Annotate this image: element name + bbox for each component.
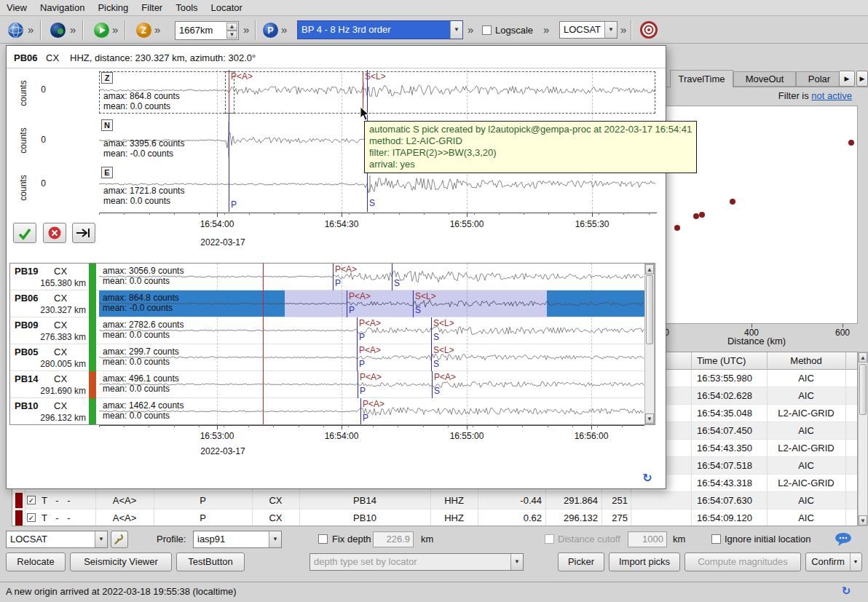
pick-marker-line[interactable] — [431, 317, 432, 344]
toolbar-overflow-chevron[interactable]: » — [467, 23, 473, 36]
distance-cutoff-checkbox[interactable] — [545, 534, 554, 544]
compute-magnitudes-button[interactable]: Compute magnitudes — [684, 553, 801, 571]
station-trace-list[interactable]: ▲ ▼ P<A>PSPB19CX165.380 kmamax: 3056.9 c… — [9, 263, 655, 425]
spin-down-button[interactable]: ▼ — [226, 31, 237, 39]
time-tick — [467, 425, 467, 429]
svg-text:Z: Z — [141, 25, 146, 36]
arrival-row[interactable]: ✓T - -A<A>PCXPB14HHZ-0.44291.86425116:54… — [12, 492, 857, 510]
cutoff-field[interactable]: 1000 — [628, 531, 667, 547]
tab-scroll-right-button[interactable]: ▶ — [856, 71, 868, 87]
scrollbar-thumb[interactable] — [646, 275, 653, 344]
auto-pick-label: S<L> — [415, 291, 436, 301]
p-phase-icon[interactable]: P — [262, 22, 279, 41]
pick-marker-label: P — [335, 278, 341, 288]
pick-marker-line[interactable] — [347, 290, 347, 317]
station-list-scrollbar[interactable]: ▲ ▼ — [644, 264, 655, 424]
refresh-icon[interactable]: ↻ — [839, 585, 853, 599]
header-separator — [767, 352, 768, 370]
pick-drag-rect[interactable] — [225, 71, 234, 114]
locator-settings-button[interactable] — [111, 531, 128, 548]
confirm-button[interactable]: Confirm ▼ — [805, 553, 862, 571]
toolbar-overflow-chevron[interactable]: » — [543, 23, 549, 36]
reset-view-icon[interactable]: ↻ — [639, 471, 655, 487]
pick-marker-line[interactable] — [432, 371, 433, 398]
toolbar-overflow-chevron[interactable]: » — [28, 23, 33, 36]
pick-marker-line[interactable] — [360, 398, 361, 425]
picker-button[interactable]: Picker — [558, 553, 604, 571]
scrollbar-thumb[interactable] — [859, 364, 867, 415]
tab-polar[interactable]: Polar — [796, 71, 843, 87]
station-mean: mean: -0.0 counts — [103, 303, 173, 313]
filter-link[interactable]: not active — [811, 90, 852, 101]
locator-combobox[interactable]: LOCSAT ▼ — [559, 21, 618, 39]
profile-select[interactable]: iasp91 ▼ — [193, 531, 282, 548]
event-icon[interactable] — [93, 22, 110, 41]
relocate-button[interactable]: Relocate — [6, 553, 66, 571]
toolbar-overflow-chevron[interactable]: » — [281, 23, 287, 36]
column-header-method[interactable]: Method — [767, 352, 845, 370]
confirm-menu-arrow[interactable]: ▼ — [850, 553, 861, 571]
toolbar-overflow-chevron[interactable]: » — [112, 23, 118, 36]
logscale-checkbox[interactable] — [482, 25, 492, 35]
globe-icon[interactable] — [7, 22, 24, 41]
fix-depth-label: Fix depth — [332, 534, 371, 544]
target-icon[interactable] — [639, 20, 658, 41]
seismicity-viewer-button[interactable]: Seismicity Viewer — [70, 553, 172, 571]
scroll-up-button[interactable]: ▲ — [859, 352, 867, 363]
arrivals-table-scrollbar[interactable]: ▲ ▼ — [858, 352, 868, 526]
chevron-down-icon: ▼ — [510, 554, 523, 570]
minor-tick — [299, 425, 299, 427]
menu-view[interactable]: View — [0, 0, 33, 16]
column-header-time[interactable]: Time (UTC) — [697, 352, 746, 370]
ignore-initial-checkbox[interactable] — [711, 534, 721, 544]
test-button[interactable]: TestButton — [176, 553, 245, 571]
pick-marker-line[interactable] — [333, 264, 334, 290]
scroll-up-button[interactable]: ▲ — [645, 264, 654, 274]
tab-moveout[interactable]: MoveOut — [733, 71, 796, 87]
time-tick — [217, 425, 218, 429]
z-component-icon[interactable]: Z — [135, 22, 152, 41]
arrival-used-checkbox[interactable]: ✓ — [27, 513, 36, 522]
selection-rect[interactable] — [99, 71, 655, 114]
pick-marker-line[interactable] — [392, 264, 392, 290]
reject-button[interactable] — [43, 223, 66, 243]
arrival-used-checkbox[interactable]: ✓ — [27, 496, 36, 504]
comment-icon[interactable] — [835, 532, 852, 549]
menu-navigation[interactable]: Navigation — [33, 0, 91, 16]
toolbar-overflow-chevron[interactable]: » — [154, 23, 160, 36]
import-picks-button[interactable]: Import picks — [609, 553, 680, 571]
fix-depth-checkbox[interactable] — [318, 534, 328, 544]
depth-type-combobox[interactable]: depth type set by locator ▼ — [309, 553, 524, 571]
network-icon[interactable] — [50, 22, 66, 41]
menu-locator[interactable]: Locator — [205, 0, 249, 16]
toolbar-overflow-chevron[interactable]: » — [70, 23, 76, 36]
scroll-down-button[interactable]: ▼ — [645, 413, 654, 424]
menu-tools[interactable]: Tools — [169, 0, 204, 16]
pick-marker-line[interactable] — [357, 344, 358, 371]
pick-marker-line[interactable] — [358, 371, 358, 398]
menu-picking[interactable]: Picking — [91, 0, 135, 16]
pick-marker-label: S — [433, 359, 439, 369]
pick-marker-line[interactable] — [431, 344, 432, 371]
apply-next-button[interactable] — [72, 223, 95, 243]
menu-filter[interactable]: Filter — [135, 0, 169, 16]
channel-mean: mean: 0.0 counts — [103, 196, 170, 206]
tab-traveltime[interactable]: TravelTime — [670, 70, 733, 87]
toolbar-overflow-chevron[interactable]: » — [620, 23, 626, 36]
distance-spinbox[interactable]: 1667km ▲ ▼ — [175, 21, 239, 40]
filter-combobox[interactable]: BP 4 - 8 Hz 3rd order ▼ — [297, 20, 463, 39]
depth-field[interactable]: 226.9 — [373, 531, 414, 547]
arrival-time: 16:54:07.450 — [697, 422, 752, 439]
pick-marker-line[interactable] — [357, 317, 358, 344]
pick-marker-line[interactable] — [413, 290, 414, 317]
accept-picks-button[interactable] — [13, 223, 36, 243]
arrival-row[interactable]: ✓T - -A<A>PCXPB10HHZ0.62296.13227516:54:… — [12, 510, 857, 526]
locator-select[interactable]: LOCSAT ▼ — [6, 531, 108, 548]
toolbar-overflow-chevron[interactable]: » — [243, 23, 249, 36]
cutoff-unit-label: km — [673, 534, 685, 544]
spin-up-button[interactable]: ▲ — [226, 23, 237, 31]
tab-scroll-right-button[interactable]: ▶ — [839, 71, 855, 87]
time-tick-label: 16:54:00 — [192, 219, 242, 229]
filter-status-text: Filter is — [778, 90, 812, 101]
scroll-down-button[interactable]: ▼ — [859, 515, 867, 526]
